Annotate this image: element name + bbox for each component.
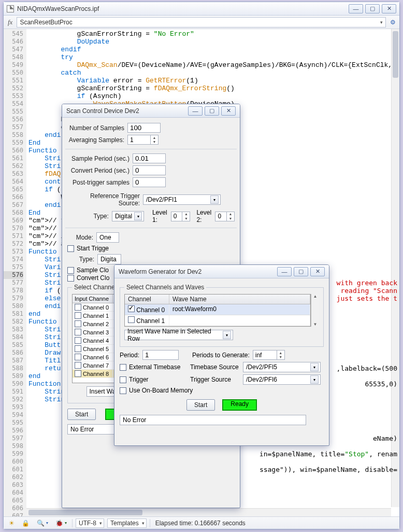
ref-trigger-combo[interactable]: /Dev2/PFI1▾ (143, 194, 221, 205)
procedure-name: ScanResetButProc (20, 19, 72, 26)
ext-timebase-check[interactable] (120, 364, 126, 371)
close-button[interactable]: ✕ (382, 4, 396, 13)
level2-label: Level 2: (196, 209, 212, 223)
ext-timebase-label: External Timebase (129, 363, 180, 371)
level1-label: Level 1: (152, 209, 168, 223)
convert-clock-label: Convert Clo (77, 274, 109, 282)
wave-trigger-label: Trigger (129, 376, 149, 383)
gear-icon[interactable]: ⚙ (388, 18, 397, 27)
start-trigger-label: Start Trigge (77, 245, 109, 252)
templates-selector[interactable]: Templates (107, 519, 147, 528)
line-gutter: 5455465475485495505515525535545555565575… (4, 29, 26, 516)
start-trigger-check[interactable] (67, 245, 74, 252)
wave-panel-title: Waveform Generator for Dev2 (119, 268, 277, 275)
period-label: Period: (120, 352, 139, 359)
wave-ch0-check[interactable] (128, 305, 135, 312)
waveform-generator-panel: Waveform Generator for Dev2 — ▢ ✕ Select… (114, 264, 329, 446)
trigger-check[interactable] (120, 376, 126, 383)
mode-label: Mode: (67, 234, 93, 241)
convert-period-input[interactable] (133, 165, 166, 175)
periods-gen-spinner[interactable]: inf▲▼ (253, 350, 285, 360)
onboard-memory-check[interactable] (120, 387, 126, 394)
window-title: NIDAQmxWaveScanProcs.ipf (17, 5, 349, 12)
statusbar: ☀ 🔒 🔍▾ 🐞▾ UTF-8 Templates Elapsed time: … (4, 516, 399, 529)
num-samples-input[interactable] (127, 123, 161, 133)
scan-start-button[interactable]: Start (67, 409, 96, 420)
wave-error-output: No Error (120, 415, 306, 425)
wave-ready-indicator: Ready (222, 399, 257, 411)
timebase-src-label: Timebase Source (190, 363, 240, 371)
titlebar: NIDAQmxWaveScanProcs.ipf — ▢ ✕ (4, 2, 399, 16)
timebase-src-combo[interactable]: /Dev2/PFI5▾ (243, 362, 321, 372)
scan-minimize-button[interactable]: — (188, 106, 203, 116)
sample-period-input[interactable] (133, 153, 166, 163)
wave-channel-grid[interactable]: Channel Wave Name Channel 0 root:Wavefor… (124, 294, 311, 327)
post-trigger-input[interactable] (133, 177, 166, 187)
start-trigger-type-label: Type: (77, 256, 94, 263)
maximize-button[interactable]: ▢ (365, 4, 380, 13)
wave-insert-wave-combo[interactable]: Insert Wave Name in Selected Row▾ (124, 330, 233, 340)
lock-icon[interactable]: 🔒 (20, 519, 32, 528)
wave-close-button[interactable]: ✕ (310, 267, 325, 276)
toolbar: fx ScanResetButProc ▾ ⚙ (4, 16, 399, 29)
sun-icon[interactable]: ☀ (7, 519, 17, 528)
scan-panel-titlebar[interactable]: Scan Control Device Dev2 — ▢ ✕ (62, 104, 240, 118)
wave-channels-legend: Select Channels and Waves (124, 284, 206, 291)
wave-start-button[interactable]: Start (186, 399, 215, 411)
convert-period-label: Convert Period (sec.) (67, 167, 129, 174)
encoding-selector[interactable]: UTF-8 (76, 519, 104, 528)
scan-maximize-button[interactable]: ▢ (205, 106, 219, 116)
trigger-type-label: Type: (83, 213, 109, 220)
avg-samples-spinner[interactable]: 1▲▼ (127, 135, 159, 145)
document-icon (7, 5, 14, 12)
trigger-type-combo[interactable]: Digital▾ (112, 211, 144, 221)
period-input[interactable] (142, 350, 179, 360)
magnify-icon[interactable]: 🔍▾ (35, 519, 50, 528)
trigger-src-combo[interactable]: /Dev2/PFI6▾ (243, 374, 321, 385)
elapsed-time: Elapsed time: 0.166667 seconds (153, 519, 248, 528)
level1-spinner[interactable]: 0▲▼ (171, 212, 191, 221)
ref-trigger-label: Reference Trigger Source: (67, 192, 140, 207)
onboard-memory-label: Use On-Board Memory (129, 387, 193, 394)
scan-close-button[interactable]: ✕ (221, 106, 236, 116)
num-samples-label: Number of Samples (67, 124, 124, 132)
avg-samples-label: Averaging Samples: (67, 136, 124, 144)
sample-period-label: Sample Period (sec.) (67, 155, 129, 162)
convert-clock-check[interactable] (67, 275, 74, 282)
post-trigger-label: Post-trigger samples (67, 179, 129, 186)
wave-ch1-check[interactable] (128, 316, 135, 323)
fx-icon: fx (6, 18, 15, 26)
wave-channels-group: Select Channels and Waves Channel Wave N… (120, 284, 324, 347)
wave-grid-scrollbar[interactable]: ▲▼ (311, 294, 319, 327)
scan-panel-title: Scan Control Device Dev2 (66, 107, 188, 115)
wave-panel-titlebar[interactable]: Waveform Generator for Dev2 — ▢ ✕ (114, 265, 329, 278)
trigger-src-label: Trigger Source (190, 376, 240, 383)
minimize-button[interactable]: — (349, 4, 363, 13)
bug-icon[interactable]: 🐞▾ (53, 519, 69, 528)
mode-combo[interactable]: One (96, 232, 119, 243)
level2-spinner[interactable]: 0▲▼ (215, 212, 235, 221)
procedure-selector[interactable]: ScanResetButProc ▾ (17, 17, 386, 27)
horizontal-scrollbar[interactable] (26, 508, 391, 516)
periods-gen-label: Periods to Generate: (192, 352, 250, 359)
sample-clock-check[interactable] (67, 267, 74, 274)
wave-minimize-button[interactable]: — (277, 267, 292, 276)
sample-clock-label: Sample Clo (77, 267, 109, 274)
start-trigger-type-combo[interactable]: Digita (97, 254, 121, 264)
wave-maximize-button[interactable]: ▢ (294, 267, 308, 276)
